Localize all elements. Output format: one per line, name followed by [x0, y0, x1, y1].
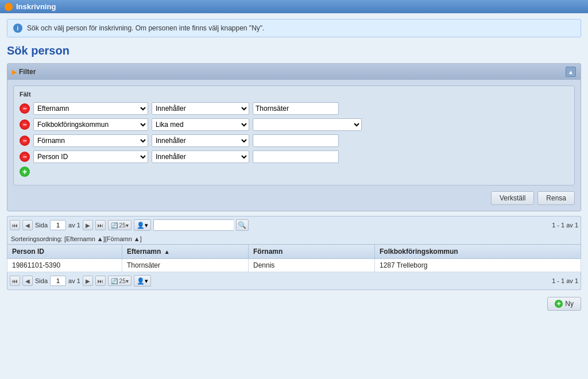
table-row[interactable]: 19861101-5390 Thornsäter Dennis 1287 Tre…: [7, 259, 581, 272]
filter-row-1: − Efternamn Folkbokföringskommun Förnamn…: [20, 102, 568, 115]
info-banner: i Sök och välj person för inskrivning. O…: [7, 19, 581, 37]
page-title: Sök person: [7, 44, 581, 57]
person-bottom-button[interactable]: 👤▾: [134, 275, 151, 287]
field-select-3[interactable]: Efternamn Folkbokföringskommun Förnamn P…: [33, 134, 148, 147]
falt-legend: Fält: [20, 91, 568, 98]
page-of-top: av 1: [68, 222, 80, 229]
add-row-container: +: [20, 167, 568, 177]
ny-icon: +: [555, 300, 563, 308]
cell-person-id: 19861101-5390: [7, 259, 122, 272]
prev-page-top-button[interactable]: ◀: [22, 220, 33, 230]
filter-header[interactable]: ▶ Filter ▲: [7, 64, 581, 80]
prev-page-bottom-button[interactable]: ◀: [22, 276, 33, 286]
results-table: Person ID Efternamn ▲ Förnamn Folkbokför…: [7, 244, 581, 272]
cell-folkbok: 1287 Trelleborg: [375, 259, 581, 272]
search-input-top[interactable]: [153, 219, 234, 231]
field-select-2[interactable]: Efternamn Folkbokföringskommun Förnamn P…: [33, 118, 148, 131]
bottom-actions: + Ny: [7, 295, 581, 313]
title-icon: [5, 3, 13, 11]
bottom-table-toolbar: ⏮ ◀ Sida av 1 ▶ ⏭ 🔄 25▾ 👤▾ 1 - 1 av 1: [7, 272, 581, 290]
verkstall-button[interactable]: Verkställ: [491, 191, 534, 205]
filter-label: Filter: [19, 68, 36, 76]
filter-actions: Verkställ Rensa: [13, 191, 575, 205]
refresh-top-button[interactable]: 🔄 25▾: [108, 220, 131, 230]
filter-panel: ▶ Filter ▲ Fält − Efternamn Folkbokförin…: [7, 63, 581, 211]
rensa-button[interactable]: Rensa: [537, 191, 575, 205]
ny-label: Ny: [565, 300, 574, 308]
first-page-bottom-button[interactable]: ⏮: [10, 276, 20, 286]
value-select-2[interactable]: [253, 118, 362, 131]
remove-row-4-button[interactable]: −: [20, 152, 30, 162]
info-text: Sök och välj person för inskrivning. Om …: [27, 24, 264, 32]
range-bottom: 1 - 1 av 1: [552, 277, 578, 284]
collapse-button[interactable]: ▲: [566, 67, 576, 77]
filter-row-4: − Efternamn Folkbokföringskommun Förnamn…: [20, 150, 568, 163]
remove-row-1-button[interactable]: −: [20, 103, 30, 114]
first-page-top-button[interactable]: ⏮: [10, 220, 20, 230]
search-button-top[interactable]: 🔍: [236, 219, 249, 231]
filter-row-3: − Efternamn Folkbokföringskommun Förnamn…: [20, 134, 568, 147]
value-input-1[interactable]: [253, 102, 339, 115]
table-header-row: Person ID Efternamn ▲ Förnamn Folkbokför…: [7, 245, 581, 259]
window-title-bar: Inskrivning: [0, 0, 588, 13]
info-icon: i: [13, 24, 22, 33]
person-top-button[interactable]: 👤▾: [134, 219, 151, 231]
field-select-4[interactable]: Efternamn Folkbokföringskommun Förnamn P…: [33, 150, 148, 163]
col-fornamn[interactable]: Förnamn: [249, 245, 375, 259]
col-person-id[interactable]: Person ID: [7, 245, 122, 259]
ny-button[interactable]: + Ny: [547, 297, 581, 311]
field-select-1[interactable]: Efternamn Folkbokföringskommun Förnamn P…: [33, 102, 148, 115]
range-top: 1 - 1 av 1: [552, 222, 578, 229]
operator-select-1[interactable]: Innehåller Lika med Börjar med Slutar me…: [152, 102, 249, 115]
last-page-bottom-button[interactable]: ⏭: [95, 276, 106, 286]
filter-arrow: ▶: [12, 69, 17, 75]
operator-select-3[interactable]: Innehåller Lika med Börjar med Slutar me…: [152, 134, 249, 147]
filter-body: Fält − Efternamn Folkbokföringskommun Fö…: [7, 80, 581, 211]
value-input-3[interactable]: [253, 134, 339, 147]
window-title: Inskrivning: [16, 2, 56, 11]
filter-row-2: − Efternamn Folkbokföringskommun Förnamn…: [20, 118, 568, 131]
add-row-button[interactable]: +: [20, 167, 30, 177]
sort-info: Sorteringsordning: [Efternamn ▲][Förnamn…: [7, 234, 581, 244]
col-efternamn[interactable]: Efternamn ▲: [122, 245, 249, 259]
next-page-bottom-button[interactable]: ▶: [83, 276, 93, 286]
page-input-bottom[interactable]: [50, 276, 66, 286]
value-input-4[interactable]: [253, 150, 339, 163]
cell-fornamn: Dennis: [249, 259, 375, 272]
page-label-top: Sida: [35, 222, 48, 229]
page-label-bottom: Sida: [35, 277, 48, 284]
page-input-top[interactable]: [50, 220, 66, 230]
main-content: i Sök och välj person för inskrivning. O…: [0, 13, 588, 379]
page-of-bottom: av 1: [68, 277, 80, 284]
cell-efternamn: Thornsäter: [122, 259, 249, 272]
refresh-bottom-button[interactable]: 🔄 25▾: [108, 276, 131, 286]
top-table-toolbar: ⏮ ◀ Sida av 1 ▶ ⏭ 🔄 25▾ 👤▾ 🔍 1 - 1 av 1: [7, 216, 581, 234]
remove-row-2-button[interactable]: −: [20, 119, 30, 130]
operator-select-2[interactable]: Innehåller Lika med Börjar med Slutar me…: [152, 118, 249, 131]
col-folkbok[interactable]: Folkbokföringskommun: [375, 245, 581, 259]
filter-header-left: ▶ Filter: [12, 68, 36, 76]
next-page-top-button[interactable]: ▶: [83, 220, 93, 230]
last-page-top-button[interactable]: ⏭: [95, 220, 106, 230]
operator-select-4[interactable]: Innehåller Lika med Börjar med Slutar me…: [152, 150, 249, 163]
falt-group: Fält − Efternamn Folkbokföringskommun Fö…: [13, 86, 575, 185]
remove-row-3-button[interactable]: −: [20, 136, 30, 146]
